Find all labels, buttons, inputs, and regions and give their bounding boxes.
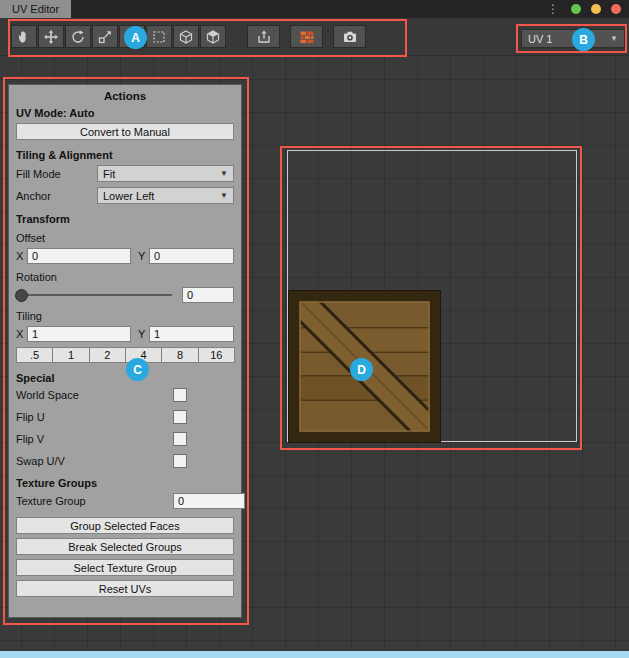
chevron-down-icon: ▼ (220, 191, 228, 200)
scale-tool-icon (97, 29, 113, 45)
tiling-y-field[interactable]: 1 (149, 326, 234, 342)
tiling-preset-16-button[interactable]: 16 (198, 347, 235, 363)
offset-x-label: X (16, 250, 27, 262)
tiling-preset-05-button[interactable]: .5 (16, 347, 53, 363)
uv-channel-dropdown[interactable]: UV 1 ▼ (521, 29, 625, 48)
tiling-x-field[interactable]: 1 (27, 326, 131, 342)
uv-mode-label: UV Mode: Auto (16, 107, 234, 119)
tiling-label: Tiling (16, 310, 234, 322)
group-selected-faces-button[interactable]: Group Selected Faces (16, 517, 234, 534)
scale-tool-button[interactable] (92, 25, 118, 48)
convert-to-manual-button[interactable]: Convert to Manual (16, 123, 234, 140)
flip-v-label: Flip V (16, 433, 173, 445)
face-select-button[interactable] (200, 25, 226, 48)
actions-panel: Actions UV Mode: Auto Convert to Manual … (8, 84, 242, 618)
project-uv-button[interactable] (247, 25, 280, 48)
offset-y-label: Y (138, 250, 149, 262)
pan-tool-icon (16, 29, 32, 45)
edge-select-button[interactable] (173, 25, 199, 48)
render-uv-template-button[interactable] (290, 25, 323, 48)
rotate-tool-button[interactable] (65, 25, 91, 48)
select-texture-group-button[interactable]: Select Texture Group (16, 559, 234, 576)
traffic-light-yellow[interactable] (591, 4, 601, 14)
screenshot-camera-icon (342, 29, 358, 45)
window-controls: ⋮ (547, 0, 621, 18)
traffic-light-red[interactable] (611, 4, 621, 14)
crate-texture-face[interactable] (288, 290, 441, 443)
uv-editor-tab[interactable]: UV Editor (0, 0, 71, 18)
tiling-alignment-header: Tiling & Alignment (16, 149, 234, 161)
render-uv-template-icon (299, 29, 315, 45)
texture-tool-button[interactable] (119, 25, 145, 48)
move-tool-icon (43, 29, 59, 45)
tiling-y-label: Y (138, 328, 149, 340)
texture-group-label: Texture Group (16, 495, 173, 507)
tiling-preset-8-button[interactable]: 8 (161, 347, 198, 363)
face-select-icon (205, 29, 221, 45)
chevron-down-icon: ▼ (610, 34, 618, 43)
offset-x-field[interactable]: 0 (27, 248, 131, 264)
anchor-label: Anchor (16, 190, 97, 202)
bottom-highlight-bar (0, 651, 629, 658)
world-space-label: World Space (16, 389, 173, 401)
vertex-select-icon (151, 29, 167, 45)
tiling-preset-1-button[interactable]: 1 (52, 347, 89, 363)
rotation-slider-thumb[interactable] (15, 289, 28, 302)
anchor-dropdown[interactable]: Lower Left ▼ (97, 187, 234, 204)
fill-mode-dropdown[interactable]: Fit ▼ (97, 165, 234, 182)
anchor-value: Lower Left (103, 190, 154, 202)
swap-uv-label: Swap U/V (16, 455, 173, 467)
rotation-value-field[interactable]: 0 (182, 287, 234, 303)
title-bar: UV Editor ⋮ (0, 0, 629, 18)
offset-label: Offset (16, 232, 234, 244)
pan-tool-button[interactable] (11, 25, 37, 48)
menu-dots-icon[interactable]: ⋮ (547, 0, 559, 18)
screenshot-camera-button[interactable] (333, 25, 366, 48)
break-selected-groups-button[interactable]: Break Selected Groups (16, 538, 234, 555)
tiling-x-label: X (16, 328, 27, 340)
rotation-slider[interactable] (17, 294, 172, 296)
chevron-down-icon: ▼ (220, 169, 228, 178)
flip-v-checkbox[interactable] (173, 432, 187, 446)
move-tool-button[interactable] (38, 25, 64, 48)
transform-header: Transform (16, 213, 234, 225)
rotation-label: Rotation (16, 271, 234, 283)
texture-tool-icon (124, 29, 140, 45)
uv-channel-value: UV 1 (528, 33, 552, 45)
reset-uvs-button[interactable]: Reset UVs (16, 580, 234, 597)
crate-texture-image (288, 290, 441, 443)
world-space-checkbox[interactable] (173, 388, 187, 402)
flip-u-checkbox[interactable] (173, 410, 187, 424)
tiling-preset-2-button[interactable]: 2 (89, 347, 126, 363)
swap-uv-checkbox[interactable] (173, 454, 187, 468)
flip-u-label: Flip U (16, 411, 173, 423)
uv-editor-window: UV Editor ⋮ (0, 0, 629, 658)
offset-y-field[interactable]: 0 (149, 248, 234, 264)
vertex-select-button[interactable] (146, 25, 172, 48)
texture-groups-header: Texture Groups (16, 477, 234, 489)
special-header: Special (16, 372, 234, 384)
panel-title: Actions (16, 90, 234, 102)
texture-group-field[interactable]: 0 (173, 493, 245, 509)
fill-mode-value: Fit (103, 168, 115, 180)
project-uv-icon (256, 29, 272, 45)
fill-mode-label: Fill Mode (16, 168, 97, 180)
traffic-light-green[interactable] (571, 4, 581, 14)
edge-select-icon (178, 29, 194, 45)
rotate-tool-icon (70, 29, 86, 45)
tiling-preset-4-button[interactable]: 4 (125, 347, 162, 363)
